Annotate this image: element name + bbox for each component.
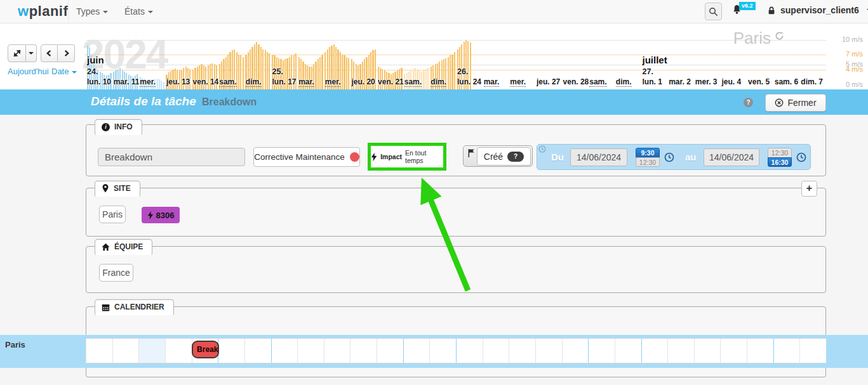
to-label: au [685,152,697,162]
status-group: Créé ? [463,145,533,167]
start-time-options: 9:3012:30 [636,148,660,167]
wind-bar [427,68,429,89]
calendar-cell[interactable] [456,339,483,363]
task-name-input[interactable] [98,148,245,166]
calendar-cell[interactable] [720,339,747,363]
day-label: ven. 21 [378,77,404,86]
calendar-cell[interactable] [271,339,298,363]
type-color-dot [350,152,359,162]
status-help-badge[interactable]: ? [507,152,524,162]
lightning-icon [371,152,377,162]
clock-icon [538,145,546,153]
previous-button[interactable] [41,44,58,62]
end-date-field[interactable] [704,148,759,166]
calendar-tab-label: CALENDRIER [114,303,164,311]
nav-divider [68,0,69,23]
station-refresh[interactable]: Paris [733,29,784,48]
task-name: Breakdown [202,96,257,108]
next-button[interactable] [58,44,75,62]
wplanif-logo[interactable]: wplanif [18,3,68,20]
calendar-cell[interactable] [535,339,562,363]
calendar-grid[interactable]: Break [86,338,826,363]
calendar-cell[interactable] [483,339,509,363]
calendar-cell[interactable] [403,339,430,363]
calendar-cell[interactable] [799,339,826,363]
refresh-icon [775,31,784,41]
team-tab[interactable]: ÉQUIPE [95,239,152,255]
calendar-tab[interactable]: CALENDRIER [95,299,174,315]
calendar-cell[interactable] [324,339,351,363]
map-pin-icon [102,184,109,193]
info-tab-label: INFO [114,122,133,131]
wind-bar [267,52,268,89]
day-label: lun. 24 [457,77,481,86]
calendar-cell[interactable] [747,339,773,363]
calendar-cell[interactable] [694,339,721,363]
day-label: mer. [510,77,526,87]
user-menu[interactable]: supervisor_client6 [767,5,868,15]
calendar-cell[interactable] [667,339,694,363]
search-button[interactable] [705,3,722,20]
chevron-down-icon [29,52,34,55]
scale-label: 10 m/s [842,36,863,43]
day-label: mar. 2 [669,77,691,86]
impact-button-highlighted[interactable]: Impact En tout temps [368,143,446,171]
version-badge: v6.2 [739,2,756,10]
wind-bar [454,52,455,89]
time-option[interactable]: 12:30 [768,148,792,158]
zoom-range-button[interactable] [8,44,26,62]
time-option[interactable]: 9:30 [636,148,660,158]
week-number: 26. [457,67,468,76]
task-type-button[interactable]: Corrective Maintenance [253,147,360,167]
team-panel: ÉQUIPE France [86,246,826,293]
team-tag-france[interactable]: France [99,264,133,282]
day-label: ven. 14 [193,77,219,86]
notifications-button[interactable]: v6.2 [731,4,757,20]
calendar-cell[interactable] [562,339,589,363]
day-label: dim. [431,77,446,87]
wind-bar [317,59,319,89]
calendar-cell[interactable] [429,339,456,363]
calendar-cell[interactable] [138,339,165,363]
add-site-button[interactable]: + [801,181,817,197]
calendar-cell[interactable] [244,339,271,363]
start-date-field[interactable] [570,148,627,166]
from-label: Du [551,152,564,162]
calendar-cell[interactable] [509,339,535,363]
info-tab[interactable]: iINFO [95,119,142,135]
expand-diagonal-icon [13,49,22,58]
calendar-row-label: Paris [5,340,25,349]
time-option[interactable]: 16:30 [768,157,792,167]
calendar-cell[interactable] [218,339,244,363]
site-tab[interactable]: SITE [95,181,140,197]
wind-forecast-chart[interactable]: 2024 juinjuillet 24.25.26.27. lun. 10mar… [86,23,826,89]
day-label: mar. [298,77,314,87]
day-label: mer. 3 [695,77,718,86]
calendar-cell[interactable] [641,339,668,363]
calendar-cell[interactable] [112,339,139,363]
day-label: sam. [404,77,422,87]
start-time-clock-icon[interactable] [664,152,674,162]
task-chip[interactable]: Break [192,341,219,358]
calendar-cell[interactable] [588,339,615,363]
calendar-cell[interactable] [297,339,324,363]
gridline-10 [86,40,826,41]
calendar-cell[interactable] [615,339,641,363]
zoom-dropdown-button[interactable] [26,44,37,62]
calendar-cell[interactable] [86,339,112,363]
close-button[interactable]: Fermer [765,94,826,112]
calendar-cell[interactable] [165,339,192,363]
calendar-cell[interactable] [773,339,800,363]
date-link[interactable]: Date [51,67,77,76]
time-option[interactable]: 12:30 [636,157,660,167]
menu-etats[interactable]: États [124,6,153,16]
calendar-cell[interactable] [377,339,403,363]
help-icon[interactable]: ? [744,98,753,107]
asset-tag[interactable]: 8306 [142,207,180,223]
today-link[interactable]: Aujourd'hui [8,67,49,76]
menu-types[interactable]: Types [76,6,108,16]
calendar-cell[interactable] [350,339,377,363]
status-button[interactable]: Créé ? [477,147,531,166]
site-tag-paris[interactable]: Paris [99,206,126,223]
end-time-clock-icon[interactable] [796,152,806,162]
